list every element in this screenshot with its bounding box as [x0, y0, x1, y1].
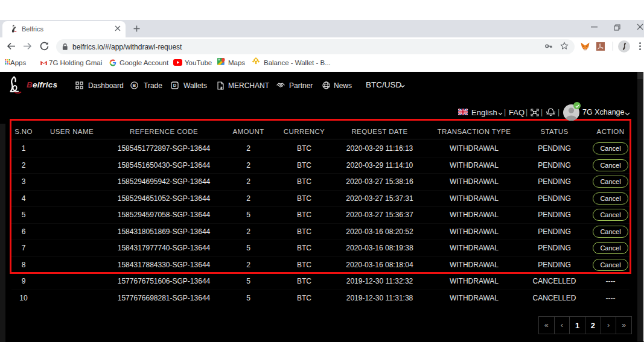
svg-text:B: B	[133, 83, 136, 88]
svg-text:D: D	[173, 83, 177, 88]
